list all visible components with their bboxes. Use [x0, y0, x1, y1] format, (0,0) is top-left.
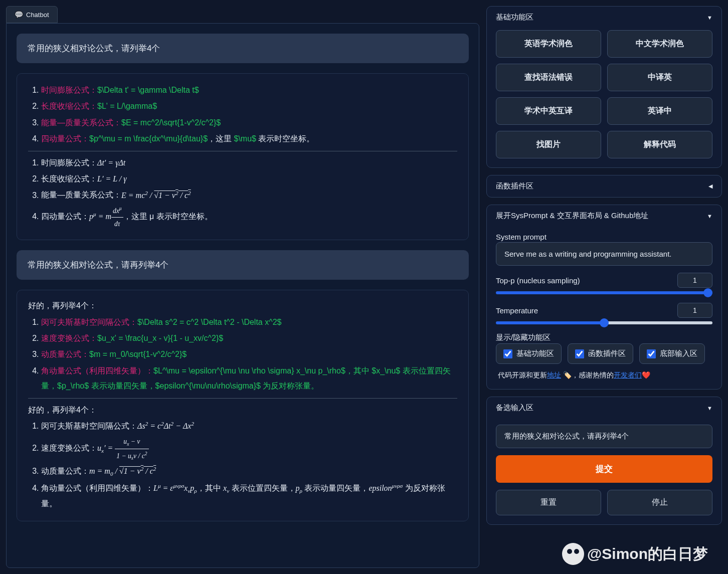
fn-en-to-zh[interactable]: 英译中	[607, 97, 712, 125]
developers-link[interactable]: 开发者们	[614, 371, 642, 379]
fn-zh-to-en[interactable]: 中译英	[607, 64, 712, 91]
check-input-area[interactable]: 底部输入区	[639, 343, 705, 364]
chat-icon: 💬	[15, 11, 23, 19]
fn-chinese-polish[interactable]: 中文学术润色	[607, 30, 712, 58]
user-message: 常用的狭义相对论公式，请列举4个	[17, 34, 469, 63]
user-message: 常用的狭义相对论公式，请再列举4个	[17, 250, 469, 280]
temperature-value[interactable]	[677, 303, 712, 318]
alt-input-field[interactable]	[496, 425, 712, 448]
stop-button[interactable]: 停止	[607, 490, 712, 515]
footer-links: 代码开源和更新地址 🏷️，感谢热情的开发者们❤️	[496, 371, 712, 380]
chevron-left-icon: ◀	[708, 183, 712, 189]
reset-button[interactable]: 重置	[496, 490, 601, 515]
temperature-label: Temperature	[496, 306, 670, 315]
fn-academic-translate[interactable]: 学术中英互译	[496, 97, 601, 125]
chevron-down-icon: ▼	[707, 15, 712, 21]
fn-find-image[interactable]: 找图片	[496, 131, 601, 158]
panel-title: 备选输入区	[496, 403, 533, 413]
temperature-slider[interactable]	[496, 321, 712, 324]
fn-english-polish[interactable]: 英语学术润色	[496, 30, 601, 58]
topp-slider[interactable]	[496, 291, 712, 294]
panel-input-header[interactable]: 备选输入区 ▼	[487, 397, 721, 419]
panel-plugins-header[interactable]: 函数插件区 ◀	[487, 175, 721, 197]
fn-grammar-check[interactable]: 查找语法错误	[496, 64, 601, 91]
topp-label: Top-p (nucleus sampling)	[496, 276, 670, 285]
tab-chatbot[interactable]: 💬 Chatbot	[6, 6, 58, 23]
bot-message: 好的，再列举4个： 闵可夫斯基时空间隔公式：$\Delta s^2 = c^2 …	[17, 290, 469, 521]
toggle-label: 显示/隐藏功能区	[496, 333, 712, 342]
source-link[interactable]: 地址	[547, 371, 561, 379]
panel-function-plugins: 函数插件区 ◀	[486, 175, 722, 198]
chevron-down-icon: ▼	[707, 405, 712, 411]
panel-expand-settings: 展开SysPrompt & 交互界面布局 & Github地址 ▼ System…	[486, 205, 722, 390]
topp-value[interactable]	[677, 273, 712, 288]
fn-explain-code[interactable]: 解释代码	[607, 131, 712, 158]
submit-button[interactable]: 提交	[496, 455, 712, 483]
bot-message: 时间膨胀公式：$\Delta t' = \gamma \Delta t$ 长度收…	[17, 73, 469, 240]
check-basic-area[interactable]: 基础功能区	[496, 343, 562, 364]
check-plugin-area[interactable]: 函数插件区	[568, 343, 633, 364]
checkbox[interactable]	[647, 349, 656, 358]
chevron-down-icon: ▼	[707, 213, 712, 219]
panel-title: 展开SysPrompt & 交互界面布局 & Github地址	[496, 211, 648, 221]
chat-area: 常用的狭义相对论公式，请列举4个 时间膨胀公式：$\Delta t' = \ga…	[6, 23, 479, 568]
tab-label: Chatbot	[26, 11, 49, 19]
panel-title: 函数插件区	[496, 181, 533, 191]
panel-title: 基础功能区	[496, 13, 533, 22]
panel-basic-header[interactable]: 基础功能区 ▼	[487, 7, 721, 28]
checkbox[interactable]	[503, 349, 512, 358]
sysprompt-input[interactable]	[496, 242, 712, 266]
panel-alt-input: 备选输入区 ▼ 提交 重置 停止	[486, 397, 722, 525]
panel-basic-functions: 基础功能区 ▼ 英语学术润色 中文学术润色 查找语法错误 中译英 学术中英互译 …	[486, 6, 722, 168]
panel-expand-header[interactable]: 展开SysPrompt & 交互界面布局 & Github地址 ▼	[487, 205, 721, 227]
checkbox[interactable]	[575, 349, 584, 358]
sysprompt-label: System prompt	[496, 233, 712, 241]
